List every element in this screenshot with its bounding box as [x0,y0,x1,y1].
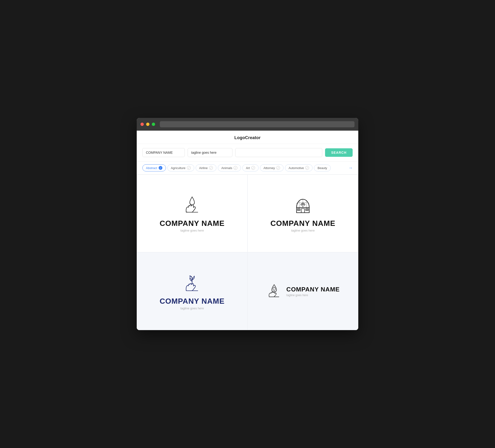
logo-card-3[interactable]: COMPANY NAME tagline goes here [137,252,248,330]
art-check-icon: ✓ [251,166,255,170]
category-beauty[interactable]: Beauty [314,165,330,171]
style-input[interactable] [235,148,322,157]
airline-check-icon: ✓ [209,166,213,170]
animals-check-icon: ✓ [234,166,237,170]
category-beauty-label: Beauty [317,166,327,170]
category-animals-label: Animals [221,166,232,170]
abstract-check-icon: ✓ [159,166,162,170]
titlebar [137,118,358,131]
category-airline[interactable]: Airline ✓ [196,164,216,171]
company-name-input[interactable] [142,148,185,157]
logo2-company-name: COMPANY NAME [270,219,335,228]
browser-window: LogoCreator SEARCH Abstract ✓ Agricultur… [137,118,358,330]
app-content: LogoCreator SEARCH Abstract ✓ Agricultur… [137,131,358,330]
categories-next-arrow[interactable]: → [348,166,353,170]
category-attorney-label: Attorney [263,166,275,170]
logo-card-1[interactable]: COMPANY NAME tagline goes here [137,174,248,252]
svg-rect-2 [301,209,304,213]
logo-card-4[interactable]: COMPANY NAME tagline goes here [248,252,358,330]
logo3-tagline: tagline goes here [180,307,204,310]
logo4-inline-layout: COMPANY NAME tagline goes here [266,283,340,299]
category-art[interactable]: Art ✓ [242,164,259,171]
maximize-button[interactable] [152,123,155,126]
logo2-tagline: tagline goes here [291,229,315,232]
logo3-icon [181,272,203,294]
category-agriculture-label: Agriculture [171,166,186,170]
logo4-text-group: COMPANY NAME tagline goes here [286,286,340,297]
logo-grid: COMPANY NAME tagline goes here [137,174,358,330]
logo3-company-name: COMPANY NAME [160,297,225,306]
logo2-icon [292,195,314,216]
attorney-check-icon: ✓ [276,166,280,170]
logo4-tagline: tagline goes here [286,294,340,297]
category-art-label: Art [246,166,250,170]
minimize-button[interactable] [146,123,150,126]
logo-card-2[interactable]: COMPANY NAME tagline goes here [248,174,358,252]
category-automotive-label: Automotive [289,166,304,170]
logo4-icon [266,283,282,299]
logo1-company-name: COMPANY NAME [160,219,225,228]
category-abstract-label: Abstract [146,166,157,170]
close-button[interactable] [140,123,144,126]
automotive-check-icon: ✓ [305,166,309,170]
search-button[interactable]: SEARCH [325,148,353,157]
app-title: LogoCreator [234,135,261,140]
category-automotive[interactable]: Automotive ✓ [285,164,313,171]
logo4-company-name: COMPANY NAME [286,286,340,293]
logo1-icon [181,195,203,216]
app-header: LogoCreator [137,131,358,144]
category-agriculture[interactable]: Agriculture ✓ [167,164,194,171]
logo1-tagline: tagline goes here [180,229,204,232]
category-abstract[interactable]: Abstract ✓ [142,164,166,171]
category-animals[interactable]: Animals ✓ [218,164,241,171]
search-bar: SEARCH [137,144,358,162]
category-bar: Abstract ✓ Agriculture ✓ Airline ✓ Anima… [137,162,358,174]
tagline-input[interactable] [188,148,233,157]
address-bar [160,121,355,127]
category-airline-label: Airline [199,166,208,170]
category-attorney[interactable]: Attorney ✓ [260,164,284,171]
agriculture-check-icon: ✓ [187,166,191,170]
